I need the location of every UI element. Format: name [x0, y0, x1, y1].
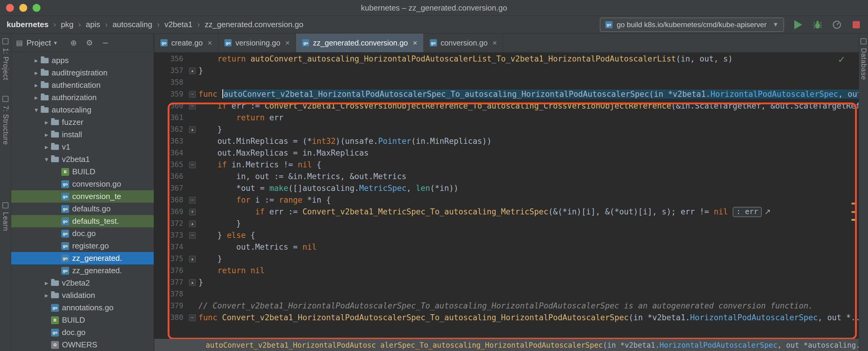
tree-chevron-icon[interactable]: ▸ [42, 143, 51, 151]
line-number[interactable]: 363 [154, 135, 186, 147]
editor-tab[interactable]: gozz_generated.conversion.go× [296, 33, 424, 52]
code-line[interactable]: 365− if in.Metrics != nil { [154, 159, 859, 171]
line-number[interactable]: 375 [154, 253, 186, 265]
tab-close-icon[interactable]: × [285, 38, 290, 48]
line-number[interactable]: 356 [154, 53, 186, 65]
breadcrumb-item[interactable]: apis [86, 20, 100, 29]
tree-item-zz-generated-[interactable]: gozz_generated. [11, 265, 154, 277]
editor-tab[interactable]: goversioning.go× [218, 33, 296, 52]
fold-end-icon[interactable]: ▴ [189, 68, 196, 74]
line-number[interactable]: 359 [154, 89, 186, 100]
tab-close-icon[interactable]: × [412, 38, 417, 48]
code-line[interactable]: 357▴} [154, 65, 859, 77]
tree-item-validation[interactable]: ▸validation [11, 289, 154, 302]
line-number[interactable]: 374 [154, 241, 186, 253]
code-line[interactable]: 367 *out = make([]autoscaling.MetricSpec… [154, 182, 859, 194]
fold-open-icon[interactable]: − [189, 315, 196, 321]
tree-chevron-icon[interactable]: ▾ [42, 155, 51, 163]
tree-item-autoscaling[interactable]: ▾autoscaling [11, 104, 154, 116]
fold-end-icon[interactable]: ▴ [189, 126, 196, 133]
zoom-window-button[interactable] [33, 4, 40, 12]
code-line[interactable]: 369+ if err := Convert_v2beta1_MetricSpe… [154, 206, 859, 218]
tree-chevron-icon[interactable]: ▸ [42, 131, 51, 138]
run-button[interactable] [793, 20, 803, 30]
fold-open-icon[interactable]: − [189, 232, 196, 239]
close-window-button[interactable] [6, 4, 14, 12]
tab-close-icon[interactable]: × [208, 38, 212, 48]
fold-open-icon[interactable]: − [189, 162, 196, 168]
tree-item-auditregistration[interactable]: ▸auditregistration [11, 67, 154, 79]
breadcrumb-item[interactable]: autoscaling [112, 20, 152, 29]
line-number[interactable]: 366 [154, 171, 186, 182]
breadcrumb-item[interactable]: pkg [61, 20, 73, 29]
tree-item-build[interactable]: BBUILD [11, 166, 154, 178]
line-number[interactable]: 372 [154, 218, 186, 230]
code-line[interactable]: 376 return nil [154, 265, 859, 277]
code-line[interactable]: 373− } else { [154, 230, 859, 241]
code-line[interactable]: 377▴} [154, 277, 859, 288]
tree-item-register-go[interactable]: goregister.go [11, 240, 154, 252]
tool-button-learn[interactable]: Learn [1, 202, 10, 231]
project-panel-title[interactable]: Project [27, 38, 51, 48]
line-number[interactable]: 368 [154, 194, 186, 206]
code-line[interactable]: 378 [154, 288, 859, 300]
line-number[interactable]: 357 [154, 65, 186, 77]
fold-closed-icon[interactable]: + [189, 209, 196, 215]
code-line[interactable]: 359−func autoConvert_v2beta1_HorizontalP… [154, 89, 859, 100]
code-line[interactable]: 362▴ } [154, 124, 859, 135]
error-stripe[interactable] [851, 52, 857, 339]
line-number[interactable]: 379 [154, 300, 186, 312]
tree-item-doc-go[interactable]: godoc.go [11, 326, 154, 339]
error-stripe-mark[interactable] [851, 203, 856, 205]
breadcrumb-item[interactable]: v2beta1 [164, 20, 193, 29]
fold-end-icon[interactable]: ▴ [189, 279, 196, 286]
code-line[interactable]: 364 out.MaxReplicas = in.MaxReplicas [154, 147, 859, 159]
line-number[interactable]: 378 [154, 288, 186, 300]
code-line[interactable]: 374 out.Metrics = nil [154, 241, 859, 253]
tree-chevron-icon[interactable]: ▸ [32, 57, 40, 64]
tree-item-doc-go[interactable]: godoc.go [11, 227, 154, 240]
line-number[interactable]: 377 [154, 277, 186, 288]
code-line[interactable]: 366 in, out := &in.Metrics, &out.Metrics [154, 171, 859, 182]
code-editor[interactable]: 356 return autoConvert_autoscaling_Horiz… [154, 52, 859, 339]
line-number[interactable]: 358 [154, 77, 186, 89]
code-line[interactable]: 379// Convert_v2beta1_HorizontalPodAutos… [154, 300, 859, 312]
code-line[interactable]: 360− if err := Convert_v2beta1_CrossVers… [154, 100, 859, 112]
line-number[interactable]: 364 [154, 147, 186, 159]
line-number[interactable]: 376 [154, 265, 186, 277]
tree-chevron-icon[interactable]: ▸ [32, 94, 40, 101]
debug-button[interactable] [812, 20, 823, 30]
tab-close-icon[interactable]: × [492, 38, 497, 48]
error-stripe-mark[interactable] [851, 219, 856, 221]
tree-item-v1[interactable]: ▸v1 [11, 141, 154, 153]
tool-button-1-project[interactable]: 1: Project [1, 38, 10, 80]
tool-button-database[interactable]: Database [860, 38, 868, 80]
fold-end-icon[interactable]: ▴ [189, 256, 196, 262]
tree-item-fuzzer[interactable]: ▸fuzzer [11, 116, 154, 129]
tree-item-v2beta1[interactable]: ▾v2beta1 [11, 153, 154, 166]
code-line[interactable]: 356 return autoConvert_autoscaling_Horiz… [154, 53, 859, 65]
fold-open-icon[interactable]: − [189, 103, 196, 109]
inspection-ok-icon[interactable]: ✓ [838, 54, 845, 65]
code-line[interactable]: 358 [154, 77, 859, 89]
chevron-down-icon[interactable]: ▾ [54, 39, 57, 46]
tree-item-build[interactable]: BBUILD [11, 314, 154, 326]
line-number[interactable]: 361 [154, 112, 186, 124]
code-line[interactable]: 363 out.MinReplicas = (*int32)(unsafe.Po… [154, 135, 859, 147]
project-tree[interactable]: ▸apps▸auditregistration▸authentication▸a… [11, 52, 154, 351]
fold-open-icon[interactable]: − [189, 197, 196, 204]
tree-item-annotations-go[interactable]: goannotations.go [11, 302, 154, 314]
editor-tab[interactable]: goconversion.go× [424, 33, 503, 52]
tree-item-conversion-te[interactable]: goconversion_te [11, 190, 154, 203]
tree-chevron-icon[interactable]: ▸ [42, 279, 51, 287]
line-number[interactable]: 373 [154, 230, 186, 241]
tree-item-install[interactable]: ▸install [11, 129, 154, 141]
gear-icon[interactable]: ⚙ [86, 38, 93, 47]
code-line[interactable]: 368− for i := range *in { [154, 194, 859, 206]
stop-button[interactable] [851, 20, 861, 30]
tree-item-v2beta2[interactable]: ▸v2beta2 [11, 277, 154, 289]
line-number[interactable]: 362 [154, 124, 186, 135]
code-line[interactable]: 372▴ } [154, 218, 859, 230]
line-number[interactable]: 365 [154, 159, 186, 171]
fold-open-icon[interactable]: − [189, 91, 196, 98]
